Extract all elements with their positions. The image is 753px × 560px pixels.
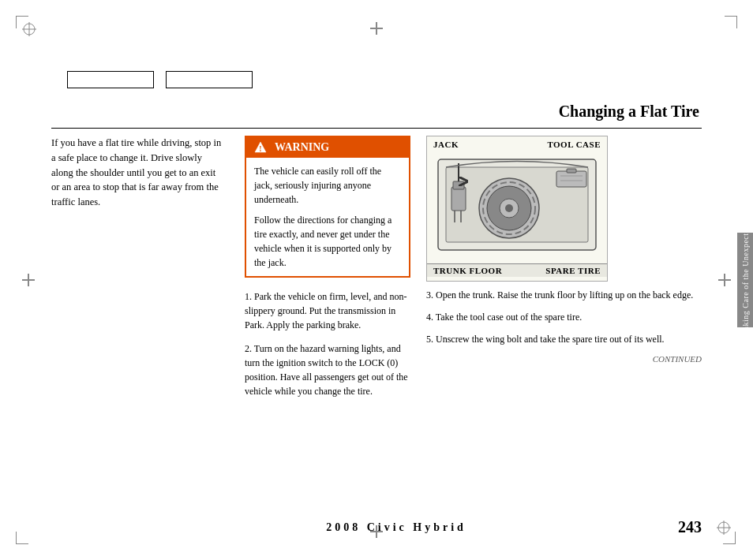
svg-text:!: ! — [259, 144, 261, 153]
main-content: If you have a flat tire while driving, s… — [51, 136, 702, 509]
crosshair-right — [718, 274, 731, 286]
continued-label: CONTINUED — [426, 354, 702, 364]
warning-text-1: The vehicle can easily roll off the jack… — [254, 164, 401, 207]
step-5-text: 5. Unscrew the wing bolt and take the sp… — [426, 334, 665, 345]
page-title: Changing a Flat Tire — [559, 103, 699, 121]
warning-header: ! WARNING — [246, 137, 409, 158]
tab-box-1 — [67, 71, 154, 88]
page-number: 243 — [678, 518, 702, 536]
svg-rect-15 — [451, 187, 466, 211]
svg-point-13 — [505, 204, 513, 212]
step-1: 1. Park the vehicle on firm, level, and … — [245, 289, 410, 332]
svg-rect-21 — [567, 169, 576, 173]
right-steps: 3. Open the trunk. Raise the trunk floor… — [426, 288, 702, 346]
jack-label: JACK — [433, 140, 459, 149]
side-tab-text: Taking Care of the Unexpected — [741, 225, 750, 334]
step-5: 5. Unscrew the wing bolt and take the sp… — [426, 332, 702, 346]
middle-steps: 1. Park the vehicle on firm, level, and … — [245, 289, 410, 398]
warning-text-2: Follow the directions for changing a tir… — [254, 213, 401, 270]
crosshair-top — [370, 22, 383, 35]
reg-mark-br — [717, 521, 731, 538]
step-1-text: 1. Park the vehicle on firm, level, and … — [245, 291, 407, 330]
intro-text: If you have a flat tire while driving, s… — [51, 136, 225, 210]
trunk-illustration — [434, 151, 600, 262]
spare-tire-label: SPARE TIRE — [545, 266, 601, 275]
reg-mark-tl — [22, 22, 36, 39]
step-3-text: 3. Open the trunk. Raise the trunk floor… — [426, 289, 693, 301]
step-4: 4. Take the tool case out of the spare t… — [426, 310, 702, 324]
svg-rect-16 — [453, 181, 464, 189]
warning-triangle-icon: ! — [254, 141, 267, 154]
middle-column: ! WARNING The vehicle can easily roll of… — [237, 136, 418, 509]
book-title: 2008 Civic Hybrid — [326, 521, 466, 534]
left-column: If you have a flat tire while driving, s… — [51, 136, 237, 509]
trunk-floor-label: TRUNK FLOOR — [433, 266, 502, 275]
step-3: 3. Open the trunk. Raise the trunk floor… — [426, 288, 702, 302]
warning-box: ! WARNING The vehicle can easily roll of… — [245, 136, 410, 278]
right-column: JACK TOOL CASE — [418, 136, 702, 509]
page: Changing a Flat Tire If you have a flat … — [0, 0, 753, 560]
crosshair-left — [22, 274, 35, 286]
tool-case-label: TOOL CASE — [547, 140, 601, 149]
diagram-inner — [427, 149, 607, 263]
footer: 2008 Civic Hybrid 243 — [51, 518, 702, 536]
trunk-diagram: JACK TOOL CASE — [426, 136, 608, 282]
warning-body: The vehicle can easily roll off the jack… — [246, 158, 409, 276]
step-2: 2. Turn on the hazard warning lights, an… — [245, 342, 410, 398]
warning-label: WARNING — [275, 141, 329, 154]
diagram-labels-bottom: TRUNK FLOOR SPARE TIRE — [427, 263, 607, 277]
diagram-labels-top: JACK TOOL CASE — [427, 136, 607, 149]
side-tab: Taking Care of the Unexpected — [737, 233, 753, 327]
tab-box-2 — [166, 71, 253, 88]
corner-mark-tr — [725, 16, 737, 28]
svg-rect-20 — [556, 171, 586, 187]
tab-boxes — [67, 71, 253, 88]
step-2-text: 2. Turn on the hazard warning lights, an… — [245, 343, 408, 397]
header-rule — [51, 128, 702, 129]
corner-mark-bl — [16, 532, 28, 544]
step-4-text: 4. Take the tool case out of the spare t… — [426, 312, 582, 323]
